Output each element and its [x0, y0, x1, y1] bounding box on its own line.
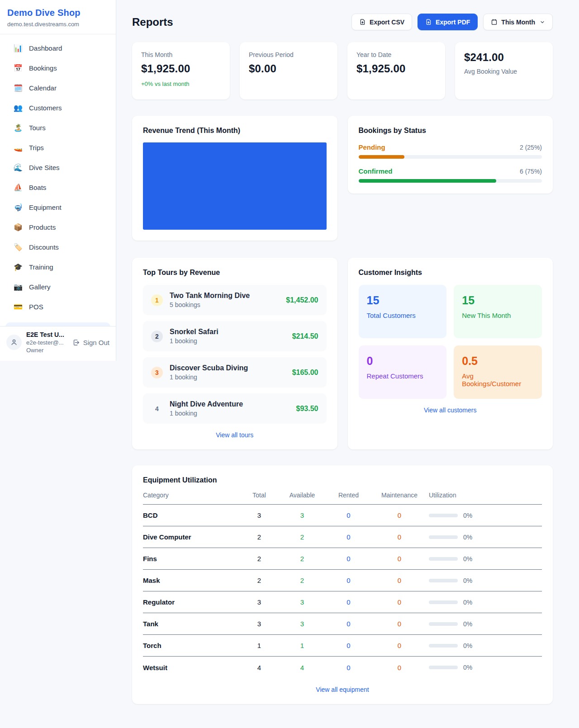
bookings-by-status-title: Bookings by Status	[359, 127, 542, 135]
package-icon: 📦	[14, 223, 23, 232]
column-header-rented: Rented	[327, 492, 370, 499]
sidebar-item-products[interactable]: 📦 Products	[5, 218, 110, 236]
sidebar-item-training[interactable]: 🎓 Training	[5, 258, 110, 276]
sidebar: Demo Dive Shop demo.test.divestreams.com…	[0, 0, 116, 361]
user-role: Owner	[26, 347, 68, 354]
period-select-value: This Month	[501, 19, 535, 26]
equipment-available: 3	[277, 620, 327, 628]
insight-value: 0	[367, 355, 439, 368]
equipment-maintenance: 0	[370, 577, 429, 584]
sidebar-item-label: Trips	[29, 144, 44, 151]
insight-tile-total-customers: 15 Total Customers	[359, 285, 447, 338]
utilization-bar	[429, 644, 458, 648]
status-row-confirmed: Confirmed 6 (75%)	[359, 167, 542, 183]
revenue-trend-chart	[143, 142, 327, 230]
utilization-bar	[429, 514, 458, 517]
view-all-tours-link[interactable]: View all tours	[143, 431, 327, 439]
insight-label: New This Month	[462, 312, 534, 319]
equipment-maintenance: 0	[370, 555, 429, 563]
status-row-pending: Pending 2 (25%)	[359, 143, 542, 159]
sidebar-item-dashboard[interactable]: 📊 Dashboard	[5, 39, 110, 57]
stat-card-avg-booking-value: $241.00 Avg Booking Value	[455, 42, 553, 99]
column-header-maintenance: Maintenance	[370, 492, 429, 499]
insight-tile-repeat-customers: 0 Repeat Customers	[359, 345, 447, 399]
utilization-bar	[429, 600, 458, 604]
period-select[interactable]: This Month	[483, 14, 553, 30]
sidebar-item-dive-sites[interactable]: 🌊 Dive Sites	[5, 158, 110, 176]
sidebar-item-label: Gallery	[29, 283, 51, 291]
stat-value: $1,925.00	[141, 62, 221, 75]
chevron-down-icon	[540, 19, 545, 25]
sidebar-item-equipment[interactable]: 🤿 Equipment	[5, 198, 110, 216]
view-all-equipment-link[interactable]: View all equipment	[143, 686, 542, 693]
equipment-rented: 0	[327, 598, 370, 606]
tour-revenue: $214.50	[292, 332, 318, 340]
table-row: Mask 2 2 0 0 0%	[143, 570, 542, 591]
view-all-customers-link[interactable]: View all customers	[359, 407, 542, 414]
sidebar-item-label: POS	[29, 303, 43, 311]
shop-name: Demo Dive Shop	[7, 8, 109, 18]
dashboard-icon: 📊	[14, 44, 23, 52]
file-download-icon	[359, 19, 366, 25]
sidebar-item-label: Calendar	[29, 84, 57, 92]
sidebar-item-gallery[interactable]: 📷 Gallery	[5, 278, 110, 296]
sign-out-button[interactable]: Sign Out	[72, 339, 110, 346]
export-pdf-label: Export PDF	[436, 19, 470, 26]
tour-name: Discover Scuba Diving	[170, 364, 285, 372]
sidebar-item-discounts[interactable]: 🏷️ Discounts	[5, 238, 110, 256]
column-header-total: Total	[241, 492, 277, 499]
table-row: Tank 3 3 0 0 0%	[143, 613, 542, 635]
wave-icon: 🌊	[14, 163, 23, 172]
stats-row: This Month $1,925.00 +0% vs last month P…	[132, 42, 553, 99]
equipment-available: 2	[277, 555, 327, 563]
sidebar-item-tours[interactable]: 🏝️ Tours	[5, 118, 110, 137]
tour-row: 2 Snorkel Safari 1 booking $214.50	[143, 321, 327, 351]
export-csv-label: Export CSV	[370, 19, 404, 26]
utilization-percent: 0%	[463, 577, 472, 584]
sidebar-item-label: Training	[29, 263, 53, 271]
tour-bookings: 5 bookings	[170, 301, 279, 308]
sidebar-item-customers[interactable]: 👥 Customers	[5, 99, 110, 117]
sidebar-item-trips[interactable]: 🚤 Trips	[5, 138, 110, 156]
insight-label: Avg Bookings/Customer	[462, 372, 534, 388]
rank-badge: 3	[151, 367, 163, 378]
equipment-category: Tank	[143, 620, 241, 628]
equipment-available: 3	[277, 598, 327, 606]
sidebar-item-boats[interactable]: ⛵ Boats	[5, 178, 110, 196]
tour-revenue: $165.00	[292, 369, 318, 377]
equipment-rented: 0	[327, 555, 370, 563]
export-pdf-button[interactable]: Export PDF	[418, 14, 478, 30]
tour-bookings: 1 booking	[170, 410, 290, 417]
equipment-total: 3	[241, 598, 277, 606]
tour-revenue: $1,452.00	[286, 296, 318, 304]
table-row: BCD 3 3 0 0 0%	[143, 505, 542, 526]
equipment-category: Fins	[143, 555, 241, 563]
sidebar-item-label: Equipment	[29, 203, 62, 211]
status-count: 2 (25%)	[520, 144, 542, 151]
equipment-utilization-card: Equipment Utilization Category Total Ava…	[132, 465, 553, 704]
utilization-bar	[429, 535, 458, 539]
sidebar-item-calendar[interactable]: 🗓️ Calendar	[5, 79, 110, 97]
sidebar-item-label: Products	[29, 223, 56, 231]
top-tours-title: Top Tours by Revenue	[143, 269, 327, 277]
shop-domain: demo.test.divestreams.com	[7, 21, 109, 28]
tour-name: Two Tank Morning Dive	[170, 292, 279, 300]
equipment-total: 2	[241, 577, 277, 584]
equipment-total: 1	[241, 642, 277, 649]
progress-fill	[359, 179, 496, 183]
sidebar-item-pos[interactable]: 💳 POS	[5, 298, 110, 316]
equipment-total: 2	[241, 533, 277, 541]
equipment-rented: 0	[327, 511, 370, 519]
utilization-percent: 0%	[463, 642, 472, 649]
equipment-category: Torch	[143, 642, 241, 649]
tours-island-icon: 🏝️	[14, 123, 23, 132]
insight-label: Total Customers	[367, 312, 439, 319]
utilization-percent: 0%	[463, 599, 472, 606]
top-tours-card: Top Tours by Revenue 1 Two Tank Morning …	[132, 258, 337, 449]
logout-icon	[72, 339, 80, 346]
calendar-icon: 🗓️	[14, 84, 23, 92]
sidebar-item-bookings[interactable]: 📅 Bookings	[5, 59, 110, 77]
export-csv-button[interactable]: Export CSV	[351, 14, 412, 30]
page-header: Reports Export CSV Export PDF	[132, 14, 553, 30]
insight-value: 0.5	[462, 355, 534, 368]
